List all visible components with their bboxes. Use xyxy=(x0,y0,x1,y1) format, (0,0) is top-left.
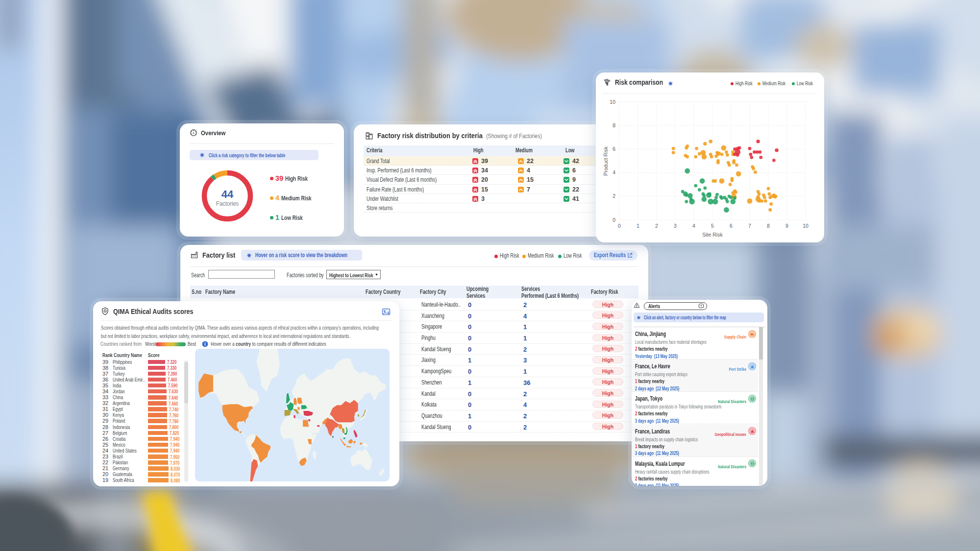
svg-text:Factories: Factories xyxy=(216,200,239,207)
svg-text:5: 5 xyxy=(711,223,714,229)
svg-text:8: 8 xyxy=(767,223,770,229)
svg-text:6: 6 xyxy=(612,146,615,152)
svg-text:2: 2 xyxy=(655,223,658,229)
svg-text:2: 2 xyxy=(612,193,615,199)
svg-text:44: 44 xyxy=(221,188,234,200)
svg-text:10: 10 xyxy=(610,99,615,105)
svg-text:Product Risk: Product Risk xyxy=(603,146,609,175)
svg-text:6: 6 xyxy=(730,223,733,229)
svg-text:0: 0 xyxy=(618,223,621,229)
svg-text:3: 3 xyxy=(674,223,677,229)
svg-text:10: 10 xyxy=(803,223,808,229)
svg-text:4: 4 xyxy=(692,223,695,229)
svg-text:0: 0 xyxy=(612,217,615,223)
svg-text:Site Risk: Site Risk xyxy=(702,232,723,238)
svg-text:1: 1 xyxy=(637,223,639,229)
svg-text:4: 4 xyxy=(612,169,615,175)
svg-text:8: 8 xyxy=(612,122,615,128)
svg-text:7: 7 xyxy=(748,223,751,229)
svg-text:9: 9 xyxy=(785,223,788,229)
